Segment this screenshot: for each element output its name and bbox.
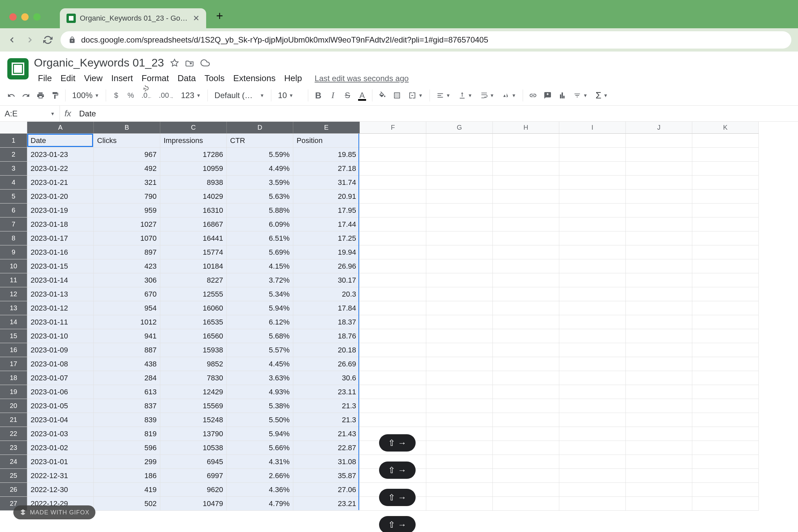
cell[interactable] — [426, 190, 493, 204]
cell[interactable] — [692, 245, 759, 259]
cell[interactable]: 299 — [94, 455, 160, 469]
cell[interactable] — [626, 469, 692, 483]
bold-button[interactable]: B — [311, 89, 325, 102]
cell[interactable]: 790 — [94, 190, 160, 204]
cell[interactable]: Impressions — [160, 134, 227, 148]
cell[interactable]: 419 — [94, 483, 160, 497]
cell[interactable] — [626, 162, 692, 175]
cell[interactable]: 15569 — [160, 399, 227, 413]
cell[interactable] — [426, 217, 493, 231]
cell[interactable]: 2023-01-05 — [27, 399, 94, 413]
row-header[interactable]: 1 — [0, 134, 27, 148]
cell[interactable] — [426, 343, 493, 357]
row-header[interactable]: 9 — [0, 245, 27, 259]
cell[interactable]: 5.94% — [227, 427, 293, 441]
back-button[interactable] — [7, 35, 17, 45]
cell[interactable]: 16560 — [160, 329, 227, 343]
name-box[interactable]: A:E▼ — [0, 106, 60, 121]
cell[interactable] — [360, 357, 426, 371]
cell[interactable] — [426, 399, 493, 413]
cell[interactable] — [692, 371, 759, 385]
cell[interactable] — [559, 441, 626, 455]
column-header[interactable]: K — [692, 122, 759, 134]
cell[interactable]: 670 — [94, 287, 160, 301]
cell[interactable] — [493, 343, 559, 357]
cell[interactable]: 941 — [94, 329, 160, 343]
cell[interactable] — [360, 134, 426, 148]
cell[interactable] — [360, 148, 426, 162]
cell[interactable]: 17.95 — [293, 204, 360, 217]
cell[interactable] — [559, 497, 626, 511]
cell[interactable] — [426, 469, 493, 483]
cell[interactable] — [426, 148, 493, 162]
cell[interactable] — [426, 483, 493, 497]
cell[interactable]: 16441 — [160, 231, 227, 245]
cell[interactable]: 30.17 — [293, 273, 360, 287]
cell[interactable] — [493, 190, 559, 204]
cell[interactable] — [626, 399, 692, 413]
row-header[interactable]: 19 — [0, 385, 27, 399]
cell[interactable] — [559, 483, 626, 497]
cell[interactable] — [493, 455, 559, 469]
cell[interactable] — [360, 315, 426, 329]
cell[interactable] — [626, 483, 692, 497]
cell[interactable]: 17.44 — [293, 217, 360, 231]
cell[interactable]: 16310 — [160, 204, 227, 217]
cell[interactable] — [493, 357, 559, 371]
cell[interactable] — [559, 301, 626, 315]
cell[interactable] — [692, 427, 759, 441]
cell[interactable]: 2022-12-31 — [27, 469, 94, 483]
forward-button[interactable] — [25, 35, 35, 45]
cell[interactable]: 2023-01-02 — [27, 441, 94, 455]
column-header[interactable]: A — [27, 122, 94, 134]
cell[interactable] — [493, 469, 559, 483]
cell[interactable]: 306 — [94, 273, 160, 287]
row-header[interactable]: 3 — [0, 162, 27, 175]
cell[interactable]: 12429 — [160, 385, 227, 399]
text-wrap-button[interactable]: ▼ — [477, 89, 498, 102]
cell[interactable]: Clicks — [94, 134, 160, 148]
cell[interactable] — [493, 175, 559, 190]
font-size-select[interactable]: 10▼ — [274, 89, 305, 102]
cell[interactable]: 10479 — [160, 497, 227, 511]
cell[interactable] — [426, 301, 493, 315]
cell[interactable]: 954 — [94, 301, 160, 315]
cell[interactable]: Date — [27, 134, 94, 148]
cell[interactable] — [493, 497, 559, 511]
cell[interactable] — [426, 287, 493, 301]
borders-button[interactable] — [391, 89, 404, 102]
cell[interactable]: 9852 — [160, 357, 227, 371]
cell[interactable]: 3.63% — [227, 371, 293, 385]
cell[interactable]: 2023-01-17 — [27, 231, 94, 245]
cell[interactable]: 2023-01-23 — [27, 148, 94, 162]
cell[interactable]: 20.3 — [293, 287, 360, 301]
paint-format-button[interactable] — [49, 89, 62, 102]
row-header[interactable]: 16 — [0, 343, 27, 357]
cell[interactable] — [493, 385, 559, 399]
column-header[interactable]: G — [426, 122, 493, 134]
cell[interactable] — [692, 329, 759, 343]
insert-comment-button[interactable] — [541, 89, 554, 102]
cell[interactable] — [426, 162, 493, 175]
row-header[interactable]: 5 — [0, 190, 27, 204]
cell[interactable] — [360, 217, 426, 231]
cell[interactable] — [626, 287, 692, 301]
cell[interactable]: 502 — [94, 497, 160, 511]
row-header[interactable]: 2 — [0, 148, 27, 162]
cell[interactable]: 2023-01-15 — [27, 259, 94, 273]
cell[interactable] — [360, 259, 426, 273]
cell[interactable] — [692, 273, 759, 287]
print-button[interactable] — [34, 89, 47, 102]
cell[interactable] — [692, 259, 759, 273]
filter-button[interactable]: ▼ — [570, 89, 591, 102]
cell[interactable] — [493, 273, 559, 287]
cell[interactable] — [559, 162, 626, 175]
cell[interactable] — [493, 148, 559, 162]
cell[interactable] — [559, 148, 626, 162]
cell[interactable] — [426, 259, 493, 273]
fill-color-button[interactable] — [376, 89, 389, 102]
cell[interactable]: 2023-01-14 — [27, 273, 94, 287]
cell[interactable]: 959 — [94, 204, 160, 217]
cell[interactable] — [426, 329, 493, 343]
row-header[interactable]: 21 — [0, 413, 27, 427]
